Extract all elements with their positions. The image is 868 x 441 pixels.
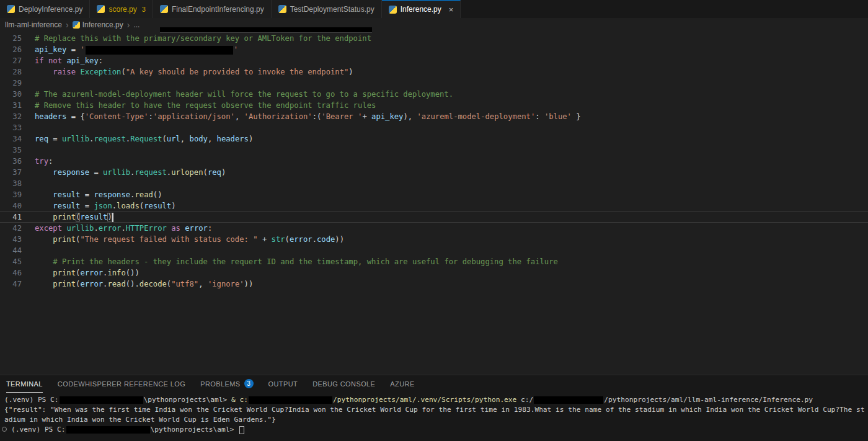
code-token: "The request failed with status code: " (80, 235, 257, 244)
close-icon[interactable]: × (449, 6, 454, 14)
terminal-text: {"result": "When was the first time Indi… (4, 406, 865, 424)
editor-tab-score-py[interactable]: score.py3 (90, 0, 153, 18)
code-text (29, 245, 868, 256)
code-token: , (180, 135, 190, 143)
panel-tab-label: PROBLEMS (200, 380, 240, 388)
breadcrumb-item[interactable]: Inference.py (82, 20, 123, 29)
line-number: 36 (0, 156, 29, 167)
code-token (35, 280, 53, 288)
terminal-text: /pythonprojects/aml/.venv/Scripts/python… (333, 396, 516, 404)
code-text: print("The request failed with status co… (29, 234, 868, 245)
panel-tab-problems[interactable]: PROBLEMS3 (200, 375, 253, 393)
code-token: result (53, 190, 80, 199)
text-cursor (112, 213, 113, 222)
python-file-icon (160, 5, 168, 13)
code-token: urlopen (171, 168, 203, 177)
terminal-text: (.venv) PS C: (4, 396, 59, 404)
python-file-icon (278, 5, 286, 13)
code-token: request (94, 135, 125, 143)
code-token: ) (348, 68, 353, 76)
panel-tab-codewhisperer-reference-log[interactable]: CODEWHISPERER REFERENCE LOG (58, 375, 185, 393)
code-line: 30# The azureml-model-deployment header … (0, 89, 868, 100)
code-token: print (53, 235, 76, 244)
code-editor[interactable]: 25# Replace this with the primary/second… (0, 32, 868, 375)
code-token: , (198, 280, 208, 288)
code-token: ( (121, 68, 125, 76)
editor-tab-bar: DeployInference.pyscore.py3FinalEndpoint… (0, 0, 868, 18)
code-line: 32headers = {'Content-Type':'application… (0, 111, 868, 122)
panel-tab-terminal[interactable]: TERMINAL (6, 375, 43, 393)
code-token: urllib (103, 168, 130, 177)
terminal-line: (.venv) PS C:\pythonprojects\aml> & c:/p… (4, 395, 868, 405)
code-token: error (80, 269, 103, 277)
code-token: : (99, 56, 103, 65)
terminal-line: (.venv) PS C:\pythonprojects\aml> (4, 425, 868, 435)
terminal-output[interactable]: (.venv) PS C:\pythonprojects\aml> & c:/p… (0, 393, 868, 435)
breadcrumb-item[interactable]: llm-aml-inference (5, 20, 62, 29)
code-line: 41 print(result) (0, 212, 868, 223)
code-token: , (208, 135, 217, 143)
code-token: = (80, 190, 94, 199)
panel-tab-label: TERMINAL (6, 380, 43, 388)
code-token: api_key (35, 45, 66, 54)
line-number: 38 (0, 178, 29, 189)
code-token: read (135, 190, 153, 199)
code-line: 28 raise Exception("A key should be prov… (0, 66, 868, 78)
code-token: # Remove this header to have the request… (35, 101, 376, 110)
code-text: # Replace this with the primary/secondar… (29, 33, 868, 44)
code-token: + (258, 235, 272, 244)
code-token: raise (53, 68, 76, 76)
code-token: req (35, 135, 48, 143)
code-token: 'blue' (544, 112, 572, 121)
panel-tab-azure[interactable]: AZURE (390, 375, 414, 393)
code-token: , (235, 112, 244, 121)
chevron-right-icon: › (127, 20, 130, 30)
code-token: loads (117, 202, 140, 210)
code-text (29, 78, 868, 89)
code-token: not (48, 56, 62, 65)
code-token: . (312, 235, 317, 244)
code-text: result = response.read() (29, 189, 868, 200)
code-token: print (53, 213, 76, 221)
editor-tab-inference-py[interactable]: Inference.py× (382, 0, 461, 18)
code-token: ' (80, 45, 84, 54)
redaction-overlay (66, 426, 150, 434)
line-number: 39 (0, 189, 29, 200)
breadcrumb-item[interactable]: ... (133, 20, 140, 29)
code-text: print(result) (29, 212, 868, 222)
code-token: str (272, 235, 285, 244)
line-number: 25 (0, 33, 29, 44)
code-token: result (144, 202, 171, 210)
terminal-text: c:/ (516, 396, 533, 404)
code-text: # The azureml-model-deployment header wi… (29, 89, 868, 100)
code-line: 26api_key = '' (0, 44, 868, 55)
code-token: 'azureml-model-deployment' (417, 112, 535, 121)
python-file-icon (97, 5, 105, 13)
code-line: 37 response = urllib.request.urlopen(req… (0, 167, 868, 178)
tab-label: TestDeploymentStatus.py (290, 5, 374, 14)
code-line: 43 print("The request failed with status… (0, 234, 868, 245)
redaction-overlay (160, 27, 372, 33)
code-token (44, 56, 48, 65)
editor-tab-deployinference-py[interactable]: DeployInference.py (0, 0, 90, 18)
editor-tab-testdeploymentstatus-py[interactable]: TestDeploymentStatus.py (272, 0, 382, 18)
code-text: print(error.read().decode("utf8", 'ignor… (29, 278, 868, 290)
code-token (35, 257, 53, 266)
code-token (35, 68, 53, 76)
code-token: result (80, 213, 107, 221)
code-text: result = json.loads(result) (29, 200, 868, 212)
code-token: : (208, 224, 212, 233)
code-token: 'Authorization' (244, 112, 312, 121)
editor-tab-finalendpointinferencing-py[interactable]: FinalEndpointInferencing.py (153, 0, 272, 18)
code-text: raise Exception("A key should be provide… (29, 66, 868, 78)
terminal-line: {"result": "When was the first time Indi… (4, 405, 868, 425)
code-token: # Print the headers - they include the r… (53, 257, 557, 266)
code-token: = (89, 168, 103, 177)
line-number: 27 (0, 55, 29, 66)
panel-tab-debug-console[interactable]: DEBUG CONSOLE (312, 375, 375, 393)
code-token: :( (312, 112, 322, 121)
code-text: headers = {'Content-Type':'application/j… (29, 111, 868, 122)
redaction-overlay (86, 46, 233, 55)
line-number: 31 (0, 100, 29, 111)
panel-tab-output[interactable]: OUTPUT (268, 375, 298, 393)
